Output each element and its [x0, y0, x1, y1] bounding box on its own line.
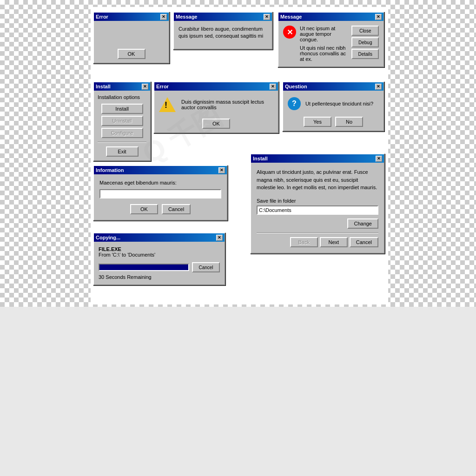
copying-dialog-filename: FILE.EXE — [99, 246, 220, 252]
copying-dialog-close-icon[interactable]: ✕ — [216, 235, 223, 241]
install-dialog-2-back-button[interactable]: Back — [290, 237, 318, 247]
information-dialog-input[interactable] — [99, 189, 221, 198]
error-dialog-2-body: Duis dignissim massa suscipit lectus auc… — [181, 99, 273, 110]
install-dialog-1-configure-button[interactable]: Configure — [101, 128, 143, 138]
message-dialog-2-details-button[interactable]: Details — [351, 49, 379, 59]
message-dialog-1-close-icon[interactable]: ✕ — [264, 14, 270, 20]
message-dialog-2-debug-button[interactable]: Debug — [351, 37, 379, 47]
install-dialog-2-next-button[interactable]: Next — [320, 237, 348, 247]
message-dialog-1-titlebar: Message ✕ — [174, 13, 272, 21]
progress-bar-fill — [99, 264, 188, 270]
copying-dialog-progress-text: 30 Seconds Remaining — [99, 274, 220, 280]
copying-dialog-from-to: From 'C:\' to 'Documents' — [99, 252, 220, 258]
warning-icon — [159, 97, 176, 112]
install-dialog-2-change-button[interactable]: Change — [347, 218, 378, 229]
message-dialog-2-body2: Ut quis nisl nec nibh rhoncus convallis … — [300, 45, 348, 62]
message-dialog-1-title: Message — [176, 14, 197, 20]
install-dialog-2-folder-label: Save file in folder — [257, 198, 378, 204]
information-dialog-ok-button[interactable]: OK — [130, 204, 158, 214]
copying-dialog-title: Copying... — [96, 235, 120, 240]
copying-dialog-cancel-button[interactable]: Cancel — [192, 262, 220, 272]
information-dialog-title: Information — [96, 167, 124, 173]
install-dialog-2-title: Install — [253, 156, 268, 161]
error-dialog-1-title: Error — [96, 14, 108, 20]
message-dialog-1-body: Curabitur libero augue, condimentum quis… — [178, 26, 267, 40]
install-dialog-1-exit-button[interactable]: Exit — [106, 146, 139, 157]
install-dialog-1-close-icon[interactable]: ✕ — [142, 84, 148, 90]
install-dialog-1-uninstall-button[interactable]: Uninstall — [101, 116, 143, 126]
install-dialog-2: Install ✕ Aliquam ut tincidunt justo, ac… — [250, 153, 385, 254]
message-dialog-2: Message ✕ ✕ Ut nec ipsum at augue tempor… — [278, 12, 384, 67]
information-dialog-label: Maecenas eget bibendum mauris: — [99, 180, 221, 185]
message-dialog-2-body1: Ut nec ipsum at augue tempor congue. — [300, 26, 348, 42]
message-dialog-1: Message ✕ Curabitur libero augue, condim… — [173, 12, 273, 50]
message-dialog-2-close-button[interactable]: Close — [351, 26, 379, 36]
information-dialog-titlebar: Information ✕ — [94, 166, 227, 174]
question-dialog: Question ✕ ? Ut pellentesque tincidunt n… — [282, 81, 384, 132]
install-dialog-1-titlebar: Install ✕ — [94, 82, 150, 91]
error-dialog-2: Error ✕ Duis dignissim massa suscipit le… — [153, 81, 279, 133]
message-dialog-2-close-icon[interactable]: ✕ — [375, 14, 382, 20]
install-dialog-2-close-icon[interactable]: ✕ — [376, 156, 382, 162]
install-dialog-1: Install ✕ Installation options Install U… — [93, 81, 151, 161]
question-icon: ? — [288, 97, 301, 110]
error-dialog-1: Error ✕ OK — [93, 12, 170, 64]
information-dialog-close-icon[interactable]: ✕ — [218, 167, 225, 173]
progress-bar — [99, 264, 189, 271]
error-icon: ✕ — [283, 26, 296, 39]
information-dialog: Information ✕ Maecenas eget bibendum mau… — [93, 165, 228, 221]
error-dialog-1-titlebar: Error ✕ — [94, 13, 169, 21]
install-dialog-2-folder-input[interactable] — [257, 205, 378, 215]
question-dialog-body: Ut pellentesque tincidunt nisi? — [305, 101, 373, 106]
error-dialog-1-close-icon[interactable]: ✕ — [160, 14, 167, 20]
error-dialog-2-ok-button[interactable]: OK — [202, 119, 230, 129]
install-dialog-2-body: Aliquam ut tincidunt justo, ac pulvinar … — [257, 168, 378, 192]
bottom-area: SELECTION — ELEMENT / 58PIC Error ✕ OK M… — [0, 307, 476, 476]
message-dialog-2-titlebar: Message ✕ — [278, 13, 383, 21]
copying-dialog: Copying... ✕ FILE.EXE From 'C:\' to 'Doc… — [93, 232, 225, 285]
install-dialog-1-install-button[interactable]: Install — [101, 104, 143, 114]
install-dialog-2-titlebar: Install ✕ — [251, 154, 384, 163]
question-dialog-close-icon[interactable]: ✕ — [375, 84, 382, 90]
information-dialog-cancel-button[interactable]: Cancel — [162, 204, 191, 214]
error-dialog-2-title: Error — [156, 84, 169, 89]
question-dialog-yes-button[interactable]: Yes — [304, 117, 331, 127]
install-dialog-2-cancel-button[interactable]: Cancel — [350, 237, 378, 247]
question-dialog-title: Question — [285, 84, 307, 89]
question-dialog-titlebar: Question ✕ — [283, 82, 383, 91]
error-dialog-2-close-icon[interactable]: ✕ — [270, 84, 276, 90]
copying-dialog-titlebar: Copying... ✕ — [94, 233, 225, 242]
error-dialog-2-titlebar: Error ✕ — [154, 82, 278, 91]
error-dialog-1-ok-button[interactable]: OK — [118, 49, 145, 59]
message-dialog-2-title: Message — [280, 14, 302, 20]
question-dialog-no-button[interactable]: No — [335, 117, 363, 127]
install-dialog-1-subtitle: Installation options — [98, 94, 140, 100]
install-dialog-1-title: Install — [96, 84, 111, 89]
